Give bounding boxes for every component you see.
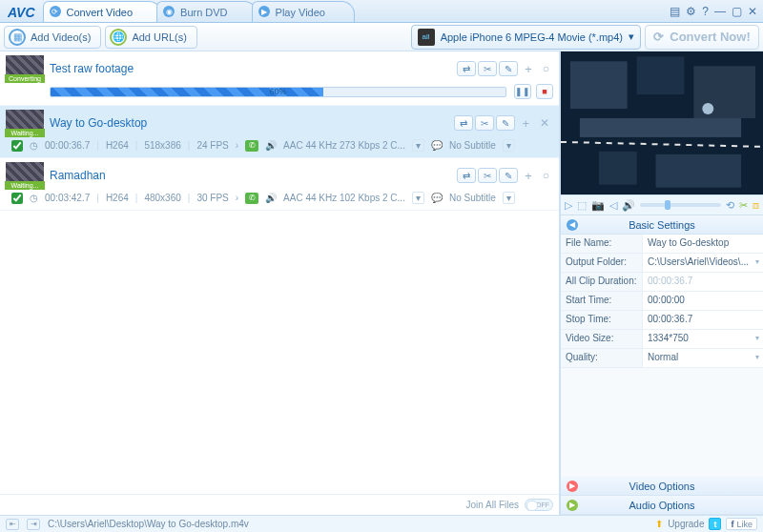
subtitle-dropdown[interactable]: ▾	[503, 139, 515, 152]
item-duration: 00:00:36.7	[45, 140, 90, 151]
add-videos-button[interactable]: ▦ Add Video(s)	[4, 26, 101, 49]
snapshot-icon[interactable]: 📷	[591, 199, 605, 212]
chevron-left-icon[interactable]: ◁	[609, 199, 617, 212]
output-profile-selector[interactable]: all Apple iPhone 6 MPEG-4 Movie (*.mp4) …	[411, 25, 641, 50]
scissors-icon[interactable]: ✂	[475, 115, 494, 131]
item-checkbox[interactable]	[11, 140, 23, 152]
item-checkbox[interactable]	[11, 193, 23, 204]
help-icon[interactable]: ?	[702, 5, 709, 18]
thumbnail: Waiting...	[6, 110, 44, 136]
scissors-icon[interactable]: ✂	[478, 61, 497, 76]
list-item[interactable]: Waiting... Ramadhan ⇄ ✂ ✎ + ○ ◷ 00:03:42…	[0, 158, 559, 211]
maximize-icon[interactable]: ▢	[732, 5, 742, 18]
section-title: Video Options	[629, 481, 695, 492]
file-name-field[interactable]: Way to Go-desktop	[643, 235, 763, 253]
svg-rect-7	[656, 154, 742, 188]
close-icon[interactable]: ✕	[748, 5, 757, 18]
tab-convert-video[interactable]: ⟳ Convert Video	[43, 1, 163, 22]
wand-icon[interactable]: ✎	[499, 61, 518, 76]
facebook-like-button[interactable]: fLike	[726, 518, 757, 530]
speaker-icon: 🔊	[265, 193, 277, 203]
output-folder-field[interactable]: C:\Users\Ariel\Videos\...▾	[643, 254, 763, 272]
cut-icon[interactable]: ✂	[739, 199, 748, 212]
tab-bar: AVC ⟳ Convert Video ◉ Burn DVD ▶ Play Vi…	[0, 0, 763, 23]
add-urls-button[interactable]: 🌐 Add URL(s)	[105, 26, 196, 49]
setting-key: Stop Time:	[561, 311, 643, 329]
join-all-toggle[interactable]: OFF	[525, 499, 553, 511]
video-options-header[interactable]: ▶ Video Options	[561, 477, 763, 496]
subtitle-icon: 💬	[431, 193, 443, 203]
stop-icon[interactable]: ⬚	[577, 199, 587, 212]
stop-time-field[interactable]: 00:00:36.7	[643, 311, 763, 329]
tab-label: Burn DVD	[180, 7, 228, 18]
item-fps: 24 FPS	[196, 140, 228, 151]
scissors-icon[interactable]: ✂	[478, 168, 497, 183]
chevron-right-icon[interactable]: ›	[236, 140, 238, 151]
svg-rect-2	[637, 56, 685, 94]
convert-now-button[interactable]: ⟳ Convert Now!	[645, 25, 759, 50]
item-actions: ⇄ ✂ ✎ + ✕	[454, 115, 553, 131]
menu-icon[interactable]: ▤	[670, 5, 680, 18]
add-icon[interactable]: +	[520, 62, 537, 76]
list-item[interactable]: Waiting... Way to Go-desktop ⇄ ✂ ✎ + ✕ ◷…	[0, 106, 559, 158]
status-badge: Converting	[5, 74, 45, 83]
upgrade-link[interactable]: Upgrade	[668, 519, 704, 529]
remove-icon[interactable]: ○	[539, 62, 553, 75]
play-icon[interactable]: ▷	[565, 199, 572, 212]
setting-key: Output Folder:	[561, 254, 643, 272]
expand-icon: ▶	[567, 481, 578, 492]
audio-options-header[interactable]: ▶ Audio Options	[561, 496, 763, 515]
audio-dropdown[interactable]: ▾	[412, 139, 424, 152]
item-audio: AAC 44 KHz 273 Kbps 2 C...	[283, 140, 405, 151]
add-icon[interactable]: +	[520, 169, 537, 183]
volume-slider[interactable]	[640, 203, 721, 207]
status-bar: ⇤ ⇥ C:\Users\Ariel\Desktop\Way to Go-des…	[0, 515, 763, 532]
pause-button[interactable]: ❚❚	[514, 84, 531, 99]
list-item[interactable]: Converting Test raw footage ⇄ ✂ ✎ + ○ 60…	[0, 51, 559, 106]
svg-rect-6	[599, 152, 637, 185]
chevron-right-icon[interactable]: ›	[236, 193, 238, 203]
video-preview[interactable]	[561, 51, 763, 194]
minimize-icon[interactable]: —	[714, 5, 726, 18]
up-arrow-icon: ⬆	[655, 519, 663, 529]
next-file-icon[interactable]: ⇥	[27, 519, 40, 530]
add-icon[interactable]: +	[517, 116, 534, 131]
volume-icon[interactable]: 🔊	[622, 199, 635, 212]
tab-play-video[interactable]: ▶ Play Video	[252, 1, 355, 22]
item-subtitle: No Subtitle	[449, 140, 496, 151]
wand-icon[interactable]: ✎	[496, 115, 515, 131]
video-size-field[interactable]: 1334*750▾	[643, 330, 763, 348]
remove-icon[interactable]: ✕	[536, 116, 553, 130]
crop-icon[interactable]: ⧈	[753, 199, 759, 212]
prev-file-icon[interactable]: ⇤	[6, 519, 19, 530]
side-panel: ▷ ⬚ 📷 ◁ 🔊 ⟲ ✂ ⧈ ◀ Basic Settings File Na…	[560, 51, 763, 515]
main-area: Converting Test raw footage ⇄ ✂ ✎ + ○ 60…	[0, 51, 763, 515]
rotate-icon[interactable]: ⟲	[726, 199, 734, 212]
thumbnail: Waiting...	[6, 162, 44, 189]
setting-key: All Clip Duration:	[561, 273, 643, 291]
chevron-down-icon: ▾	[755, 257, 759, 266]
swap-icon[interactable]: ⇄	[454, 115, 473, 131]
subtitle-dropdown[interactable]: ▾	[503, 192, 515, 204]
clip-duration-value: 00:00:36.7	[643, 273, 763, 291]
item-actions: ⇄ ✂ ✎ + ○	[457, 168, 553, 183]
tab-burn-dvd[interactable]: ◉ Burn DVD	[156, 1, 258, 22]
audio-dropdown[interactable]: ▾	[412, 192, 424, 204]
main-toolbar: ▦ Add Video(s) 🌐 Add URL(s) all Apple iP…	[0, 23, 763, 51]
status-badge: Waiting...	[5, 181, 45, 190]
wand-icon[interactable]: ✎	[499, 168, 518, 183]
chevron-down-icon: ▾	[629, 31, 634, 43]
svg-point-8	[702, 103, 713, 114]
swap-icon[interactable]: ⇄	[457, 61, 476, 76]
gear-icon[interactable]: ⚙	[686, 5, 696, 18]
remove-icon[interactable]: ○	[539, 169, 553, 182]
start-time-field[interactable]: 00:00:00	[643, 292, 763, 310]
tab-label: Play Video	[276, 7, 325, 18]
swap-icon[interactable]: ⇄	[457, 168, 476, 183]
stop-button[interactable]: ■	[536, 84, 553, 99]
twitter-button[interactable]: t	[709, 518, 721, 530]
basic-settings-header[interactable]: ◀ Basic Settings	[561, 215, 763, 235]
quality-field[interactable]: Normal▾	[643, 349, 763, 367]
section-title: Audio Options	[629, 500, 694, 511]
progress-bar: 60%	[50, 87, 506, 97]
